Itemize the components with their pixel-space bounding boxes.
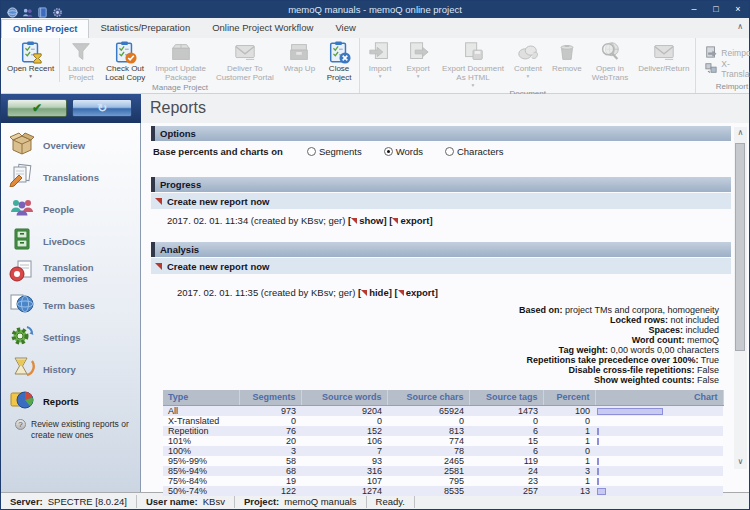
- ribbon-button-deliver-return[interactable]: Deliver/Return: [633, 38, 694, 88]
- ribbon-button-content[interactable]: Content▾: [509, 38, 547, 88]
- sidebar-item-people[interactable]: People: [1, 193, 140, 225]
- ribbon-group-reimport: ReimportX-TranslateReimport: [696, 38, 750, 93]
- ribbon-button-wrap-up[interactable]: Wrap Up: [279, 38, 320, 82]
- analysis-detail-line: Spaces: included: [151, 325, 719, 335]
- ribbon-button-export-document-as-html[interactable]: Export DocumentAs HTML▾: [437, 38, 509, 88]
- tab-view[interactable]: View: [324, 19, 366, 38]
- book-icon[interactable]: [37, 4, 48, 15]
- ribbon-button-open-in-webtrans[interactable]: Open inWebTrans: [587, 38, 633, 88]
- ribbon-tabs: Online ProjectStatistics/PreparationOnli…: [1, 18, 749, 38]
- show-link[interactable]: [show]: [348, 215, 387, 226]
- analysis-table: TypeSegmentsSource wordsSource charsSour…: [163, 390, 724, 496]
- ribbon-button-check-out-local-copy[interactable]: Check OutLocal Copy: [100, 38, 150, 82]
- ribbon-button-export-document-as-html-label: As HTML: [456, 73, 489, 82]
- radio-dot: [387, 150, 390, 153]
- sidebar-item-translations[interactable]: Translations: [1, 161, 140, 193]
- percent-bar: [597, 458, 599, 465]
- confirm-button[interactable]: ✔: [7, 99, 67, 117]
- minimize-button[interactable]: –: [683, 1, 705, 18]
- ribbon-group-label: Manage Project: [2, 82, 358, 93]
- analysis-create-report-link[interactable]: Create new report now: [151, 258, 731, 274]
- pie-icon: [8, 387, 36, 415]
- table-row: 100%377860: [163, 446, 723, 456]
- hide-link[interactable]: [hide]: [358, 287, 392, 298]
- vertical-scrollbar[interactable]: ∧ ∨: [734, 127, 747, 469]
- status-project: Project:memoQ manuals: [235, 495, 367, 508]
- memoq-online-project-window: memoQ manuals - memoQ online project –□×…: [0, 0, 750, 510]
- ribbon-button-close-project-label: Project: [327, 73, 352, 82]
- ribbon-button-import-update-package[interactable]: Import UpdatePackage: [150, 38, 211, 82]
- cell-percent: 100: [543, 405, 595, 416]
- radio-label: Words: [396, 146, 423, 157]
- cell-source_tags: 6: [469, 446, 543, 456]
- cell-segments: 3: [239, 446, 301, 456]
- cell-chart: [595, 456, 723, 466]
- cell-source_tags: 1473: [469, 405, 543, 416]
- ribbon-button-remove[interactable]: Remove: [547, 38, 587, 88]
- radio-characters[interactable]: Characters: [445, 146, 503, 157]
- sidebar-item-overview[interactable]: Overview: [1, 129, 140, 161]
- export-link[interactable]: [export]: [389, 215, 432, 226]
- ribbon-button-open-recent[interactable]: Open Recent▾: [2, 38, 60, 82]
- maximize-button[interactable]: □: [705, 1, 727, 18]
- scroll-down-icon[interactable]: ∨: [734, 456, 747, 469]
- percent-bar: [597, 488, 606, 495]
- app-icon[interactable]: [7, 4, 18, 15]
- scroll-up-icon[interactable]: ∧: [734, 127, 747, 140]
- sidebar-item-reports[interactable]: Reports: [1, 385, 140, 417]
- percent-bar: [597, 428, 599, 435]
- ribbon-button-import[interactable]: Import▾: [361, 38, 399, 88]
- memory-icon: [8, 259, 36, 287]
- sidebar-item-history[interactable]: History: [1, 353, 140, 385]
- tab-online-project[interactable]: Online Project: [1, 19, 89, 38]
- status-user-name: User name:KBsv: [137, 495, 235, 508]
- cell-source_words: 7: [301, 446, 387, 456]
- cell-type: 101%: [163, 436, 239, 446]
- radio-segments[interactable]: Segments: [307, 146, 362, 157]
- refresh-button[interactable]: ↻: [72, 99, 132, 117]
- ribbon-button-launch-project[interactable]: LaunchProject: [62, 38, 100, 82]
- ribbon-button-export[interactable]: Export▾: [399, 38, 437, 88]
- clipboard-check-icon: [113, 40, 137, 64]
- gear-icon[interactable]: [52, 4, 63, 15]
- close-button[interactable]: ×: [727, 1, 749, 18]
- cell-source_words: 1274: [301, 486, 387, 496]
- cell-source_words: 152: [301, 426, 387, 436]
- cell-type: 100%: [163, 446, 239, 456]
- export-link[interactable]: [export]: [394, 287, 437, 298]
- ribbon-button-deliver-to-customer-portal[interactable]: Deliver ToCustomer Portal: [211, 38, 279, 82]
- tab-statistics-preparation[interactable]: Statistics/Preparation: [89, 19, 201, 38]
- people-icon[interactable]: [22, 4, 33, 15]
- radio-words[interactable]: Words: [384, 146, 423, 157]
- scrollbar-thumb[interactable]: [735, 143, 745, 351]
- collapse-ribbon-icon[interactable]: ∧: [737, 22, 743, 31]
- cell-source_words: 0: [301, 416, 387, 426]
- sidebar-item-livedocs[interactable]: LiveDocs: [1, 225, 140, 257]
- dropdown-arrow-icon: ▾: [379, 74, 382, 79]
- clipboard-hourglass-icon: [19, 40, 43, 64]
- sidebar-item-settings[interactable]: Settings: [1, 321, 140, 353]
- analysis-detail-line: Disable cross-file repetitions: False: [151, 365, 719, 375]
- cell-source_words: 93: [301, 456, 387, 466]
- cell-source_tags: 6: [469, 426, 543, 436]
- sidebar-item-term-bases[interactable]: Term bases: [1, 289, 140, 321]
- cell-segments: 68: [239, 466, 301, 476]
- quick-access-toolbar: [7, 4, 63, 15]
- box-icon: [8, 131, 36, 159]
- cell-type: 75%-84%: [163, 476, 239, 486]
- sidebar-item-translation-memories[interactable]: Translation memories: [1, 257, 140, 289]
- ribbon-button-reimport[interactable]: Reimport: [705, 46, 750, 60]
- doc-html-icon: [461, 40, 485, 64]
- cell-chart: [595, 416, 723, 426]
- ribbon-button-deliver-return-label: Deliver/Return: [638, 64, 689, 73]
- ribbon-button-close-project[interactable]: CloseProject: [320, 38, 358, 82]
- cell-source_tags: 24: [469, 466, 543, 476]
- ribbon-button-x-translate[interactable]: X-Translate: [705, 62, 750, 76]
- header-strip: ✔ ↻ Reports: [1, 94, 749, 123]
- column-header-source-chars: Source chars: [387, 390, 469, 405]
- trash-icon: [555, 40, 579, 64]
- tab-online-project-workflow[interactable]: Online Project Workflow: [201, 19, 324, 38]
- sidebar-item-label: LiveDocs: [43, 236, 85, 247]
- cabinet-icon: [8, 227, 36, 255]
- progress-create-report-link[interactable]: Create new report now: [151, 193, 731, 209]
